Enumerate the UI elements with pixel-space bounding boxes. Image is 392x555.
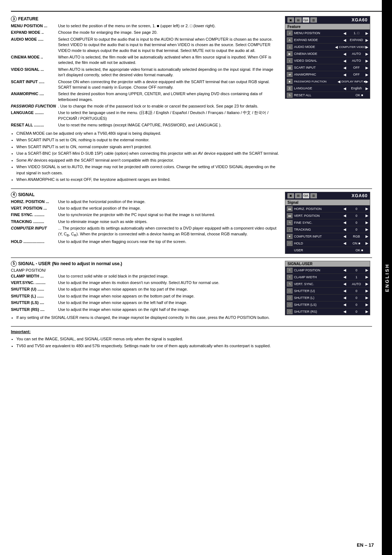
- osd-signal-icon-2: ▤: [295, 193, 302, 198]
- osd-value-shutter-u: 0: [347, 289, 366, 293]
- term-horiz-position: HORIZ. POSITION ...: [11, 199, 58, 204]
- def-password-function: PASSWORD FUNCTION . Use to change the mo…: [11, 104, 279, 109]
- term-shutter-u: SHUTTER (U) ......: [11, 287, 58, 292]
- bullet-video-signal-auto: When VIDEO SIGNAL is set to AUTO, the im…: [16, 164, 279, 176]
- osd-value-language: English: [347, 86, 366, 90]
- def-fine-sync: FINE SYNC. ......... Use to synchronize …: [11, 212, 279, 218]
- arrow-left-anamorphic: ◀: [343, 73, 346, 77]
- def-expand-mode: EXPAND MODE .. Choose the mode for enlar…: [11, 30, 279, 35]
- arrow-right-clamp-width: ▶: [366, 275, 368, 279]
- def-video-signal: VIDEO SIGNAL ... When AUTO is selected, …: [11, 67, 279, 78]
- osd-label-clamp-width: CLAMP WIDTH: [294, 275, 343, 279]
- section5-subtitle: (No need to adjust in normal use.): [52, 261, 122, 266]
- bullet-anamorphic: When ANAMORPHIC is set to except OFF, th…: [16, 177, 279, 183]
- osd-label-shutter-l: SHUTTER (L): [294, 296, 343, 300]
- osd-icon-user: [287, 248, 293, 253]
- desc-menu-position: Use to select the position of the menu o…: [58, 23, 279, 29]
- osd-row-shutter-rs: □ SHUTTER (RS) ◀ 0 ▶: [285, 308, 370, 315]
- arrow-left-expand: ◀: [343, 38, 346, 42]
- osd-row-shutter-l: □ SHUTTER (L) ◀ 0 ▶: [285, 294, 370, 301]
- def-tracking: TRACKING .......... Use to eliminate ima…: [11, 219, 279, 224]
- important-bullet-1: You can set the IMAGE, SIGNAL, and SIGNA…: [16, 336, 372, 342]
- arrow-right-shutter-ls: ▶: [366, 303, 368, 307]
- desc-shutter-rs: Use to adjust the image when noise appea…: [58, 307, 279, 312]
- osd-label-anamorphic: ANAMORPHIC: [294, 73, 343, 76]
- arrow-left-language: ◀: [343, 86, 346, 90]
- osd-label-shutter-rs: SHUTTER (RS): [294, 310, 343, 313]
- osd-value-anamorphic: OFF: [347, 73, 366, 76]
- osd-value-audio-mode: COMPUTER VIDEO: [339, 45, 366, 49]
- osd-row-anamorphic: ⇄ ANAMORPHIC ◀ OFF ▶: [285, 71, 370, 78]
- main-content: 3 FEATURE MENU POSITION ... Use to selec…: [11, 16, 372, 349]
- section4-title: SIGNAL: [18, 192, 34, 197]
- desc-password-function: . Use to change the mode of the password…: [58, 104, 279, 109]
- osd-label-hold: HOLD: [294, 242, 343, 245]
- section3-header: 3 FEATURE: [11, 16, 279, 22]
- osd-row-icon-cinema: ▶: [287, 51, 293, 56]
- term-cinema-mode: CINEMA MODE ..: [11, 54, 58, 66]
- term-shutter-rs: SHUTTER (RS) ....: [11, 307, 58, 312]
- osd-label-reset-all: RESET ALL: [294, 93, 350, 97]
- osd-icon-shutter-ls: □: [287, 302, 293, 307]
- section5-text: 5 SIGNAL - USER (No need to adjust in no…: [11, 261, 279, 323]
- osd-label-user: USER: [294, 248, 350, 252]
- osd-label-expand-mode: EXPAND MODE: [294, 38, 343, 42]
- def-cinema-mode: CINEMA MODE .. When AUTO is selected, th…: [11, 54, 279, 66]
- osd-label-shutter-ls: SHUTTER (LS): [294, 303, 343, 307]
- arrow-left-tracking: ◀: [343, 227, 346, 231]
- important-bullet-2: TV60 and TV50 are equivalent to 480i and…: [16, 343, 372, 349]
- desc-vert-sync: Use to adjust the image when its motion …: [58, 280, 279, 285]
- osd-icon-4: ▥: [310, 17, 317, 23]
- arrow-left-hold: ◀: [343, 241, 346, 245]
- osd-signal-user-section-label: SIGNAL-USER: [285, 261, 370, 267]
- osd-row-scart-input: ▧ SCART INPUT ◀ OFF ▶: [285, 64, 370, 71]
- arrow-right-vert-sync: ▶: [366, 282, 368, 286]
- arrow-left-shutter-ls: ◀: [343, 303, 346, 307]
- page-number: EN – 17: [357, 542, 374, 548]
- def-audio-mode: AUDIO MODE ..... Select COMPUTER to outp…: [11, 37, 279, 53]
- arrow-left-clamp-width: ◀: [343, 275, 346, 279]
- osd-row-icon-anamorphic: ⇄: [287, 72, 293, 77]
- osd-value-shutter-ls: 0: [347, 303, 366, 307]
- arrow-right-cinema: ▶: [366, 52, 368, 56]
- osd-row-tracking: ▫ TRACKING ◀ 0 ▶: [285, 226, 370, 233]
- osd-icon-2: ▤: [295, 17, 302, 23]
- def-shutter-ls: SHUTTER (LS) .... Use to adjust the imag…: [11, 300, 279, 305]
- osd-icon-vert-sync: ∿: [287, 281, 293, 287]
- term-anamorphic: ANAMORPHIC ....: [11, 91, 58, 102]
- desc-computer-input: ... The projector adjusts its settings a…: [58, 226, 279, 238]
- important-section: Important: You can set the IMAGE, SIGNAL…: [11, 329, 372, 349]
- def-language: LANGUAGE ........ Use to select the lang…: [11, 110, 279, 121]
- arrow-right-expand: ▶: [366, 38, 368, 42]
- osd-value-video-signal: AUTO: [347, 59, 366, 62]
- osd-value-reset-all: OK ■: [350, 93, 368, 97]
- def-clamp-width: CLAMP WIDTH ... Use to correct solid whi…: [11, 274, 279, 279]
- osd-label-menu-position: MENU POSITION: [294, 31, 343, 35]
- osd-row-clamp-width: ≈ CLAMP WIDTH ◀ 1 ▶: [285, 274, 370, 280]
- osd-row-icon-reset: ↻: [287, 93, 293, 98]
- osd-value-tracking: 0: [347, 228, 366, 231]
- osd-value-horiz-pos: 0: [347, 207, 366, 211]
- osd-label-scart-input: SCART INPUT: [294, 66, 343, 69]
- arrow-left-password: ◀: [338, 80, 340, 84]
- arrow-right-password: ▶: [366, 80, 368, 84]
- section3-feature: 3 FEATURE MENU POSITION ... Use to selec…: [11, 16, 372, 185]
- desc-hold: Use to adjust the image when flagging oc…: [58, 239, 279, 244]
- term-clamp-width: CLAMP WIDTH ...: [11, 274, 58, 279]
- desc-vert-position: Use to adjust the vertical position of t…: [58, 206, 279, 211]
- osd-label-shutter-u: SHUTTER (U): [294, 289, 343, 293]
- osd-row-reset-all: ↻ RESET ALL OK ■: [285, 92, 370, 98]
- section5-title: SIGNAL - USER: [18, 261, 50, 266]
- important-header: Important:: [11, 329, 372, 334]
- osd-row-fine-sync: ∿ FINE SYNC. ◀ 0 ▶: [285, 219, 370, 226]
- arrow-left-clamp-pos: ◀: [343, 268, 346, 272]
- osd-feature-header: ▣ ▤ Opt. ▥ XGA60: [285, 16, 370, 24]
- divider-3: [11, 326, 372, 327]
- term-scart-input: SCART INPUT .....: [11, 79, 58, 90]
- arrow-left-vert-sync: ◀: [343, 282, 346, 286]
- osd-row-icon-language: 文: [287, 86, 293, 91]
- section3-title: FEATURE: [18, 16, 38, 21]
- osd-signal-title: XGA60: [352, 193, 368, 198]
- osd-value-vert-sync: AUTO: [347, 282, 366, 286]
- divider-2: [11, 258, 372, 258]
